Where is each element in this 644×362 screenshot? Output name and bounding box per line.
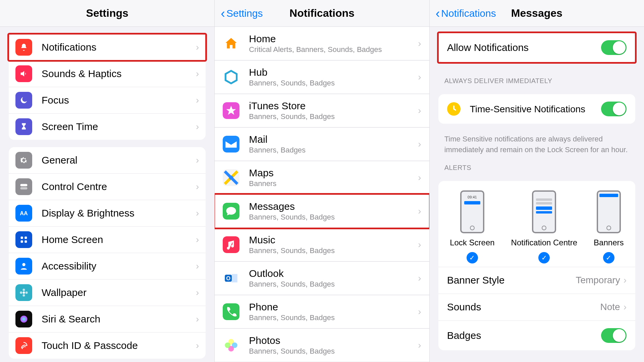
item-label: Music: [249, 234, 418, 246]
clock-icon: [447, 102, 461, 116]
music-app-icon: [223, 236, 239, 253]
item-label: Focus: [42, 95, 196, 106]
chevron-right-icon: ›: [196, 314, 199, 324]
banner-style-row[interactable]: Banner Style Temporary ›: [438, 267, 635, 294]
chevron-right-icon: ›: [196, 155, 199, 166]
allow-notifications-card: Allow Notifications: [438, 33, 635, 62]
settings-group-1: Notifications›Sounds & Haptics›Focus›Scr…: [9, 34, 206, 140]
check-icon[interactable]: ✓: [538, 252, 550, 263]
list-item[interactable]: Control Centre›: [9, 173, 206, 200]
badges-label: Badges: [447, 330, 601, 341]
item-label: Screen Time: [42, 121, 196, 132]
chevron-right-icon: ›: [196, 234, 199, 245]
list-item[interactable]: MessagesBanners, Sounds, Badges›: [215, 194, 429, 228]
item-label: iTunes Store: [249, 100, 418, 112]
alert-option[interactable]: 09:41Lock Screen✓: [450, 190, 494, 263]
list-item[interactable]: MusicBanners, Sounds, Badges›: [215, 228, 429, 261]
item-label: Notifications: [42, 42, 196, 53]
chevron-right-icon: ›: [196, 181, 199, 192]
grid-icon: [15, 231, 32, 248]
item-label: Sounds & Haptics: [42, 68, 196, 79]
sounds-label: Sounds: [447, 301, 600, 313]
speaker-icon: [15, 65, 32, 82]
chevron-right-icon: ›: [418, 72, 421, 82]
list-item[interactable]: Touch ID & Passcode›: [9, 332, 206, 359]
list-item[interactable]: PhoneBanners, Sounds, Badges›: [215, 295, 429, 328]
item-label: Wallpaper: [42, 287, 196, 298]
banner-style-value: Temporary: [576, 275, 620, 286]
item-label: Photos: [249, 335, 418, 346]
chevron-right-icon: ›: [418, 105, 421, 116]
navbar-messages: ‹ Notifications Messages: [430, 0, 644, 27]
phone-mock-icon: 09:41: [460, 190, 484, 233]
phone-app-icon: [223, 303, 239, 320]
screen-settings: Settings Notifications›Sounds & Haptics›…: [0, 0, 215, 362]
svg-point-17: [229, 176, 233, 180]
sounds-row[interactable]: Sounds Note ›: [438, 294, 635, 320]
gear-icon: [15, 152, 32, 169]
item-label: Outlook: [249, 268, 418, 279]
svg-point-10: [23, 294, 25, 297]
check-icon[interactable]: ✓: [603, 252, 614, 263]
screen-messages-notifications: ‹ Notifications Messages Allow Notificat…: [430, 0, 644, 362]
chevron-right-icon: ›: [418, 340, 421, 351]
badges-row[interactable]: Badges: [438, 320, 635, 350]
list-item[interactable]: iTunes StoreBanners, Sounds, Badges›: [215, 94, 429, 127]
allow-notifications-toggle[interactable]: [601, 40, 627, 55]
list-item[interactable]: MapsBanners›: [215, 161, 429, 194]
back-button[interactable]: ‹ Notifications: [436, 7, 496, 20]
flower-icon: [15, 284, 32, 301]
chevron-right-icon: ›: [624, 275, 627, 286]
check-icon[interactable]: ✓: [467, 252, 478, 263]
svg-rect-4: [24, 237, 27, 239]
list-item[interactable]: Wallpaper›: [9, 279, 206, 306]
svg-rect-23: [232, 274, 237, 283]
list-item[interactable]: Accessibility›: [9, 253, 206, 279]
list-item[interactable]: HomeCritical Alerts, Banners, Sounds, Ba…: [215, 27, 429, 60]
svg-rect-24: [223, 303, 239, 320]
list-item[interactable]: OOutlookBanners, Sounds, Badges›: [215, 261, 429, 295]
svg-point-12: [25, 292, 28, 294]
alert-option[interactable]: Banners✓: [594, 190, 624, 263]
list-item[interactable]: AADisplay & Brightness›: [9, 200, 206, 226]
time-sensitive-toggle[interactable]: [601, 102, 627, 116]
item-label: General: [42, 155, 196, 166]
time-sensitive-label: Time-Sensitive Notifications: [470, 103, 601, 115]
alert-option[interactable]: Notification Centre✓: [511, 190, 577, 263]
chevron-right-icon: ›: [418, 38, 421, 49]
back-button[interactable]: ‹ Settings: [221, 7, 263, 20]
svg-rect-6: [24, 240, 27, 243]
item-sublabel: Banners, Sounds, Badges: [249, 280, 418, 289]
list-item[interactable]: Focus›: [9, 87, 206, 113]
section-header-deliver: ALWAYS DELIVER IMMEDIATELY: [430, 68, 644, 88]
allow-notifications-row[interactable]: Allow Notifications: [438, 33, 635, 62]
list-item[interactable]: Home Screen›: [9, 226, 206, 253]
list-item[interactable]: Screen Time›: [9, 113, 206, 140]
list-item[interactable]: HubBanners, Sounds, Badges›: [215, 60, 429, 94]
fingerprint-icon: [15, 337, 32, 354]
item-label: Mail: [249, 134, 418, 145]
list-item[interactable]: Siri & Search›: [9, 306, 206, 332]
item-sublabel: Banners, Sounds, Badges: [249, 313, 418, 322]
badges-toggle[interactable]: [601, 328, 627, 343]
messages-app-icon: [223, 203, 239, 220]
hub-app-icon: [223, 69, 239, 85]
photos-app-icon: [223, 337, 239, 354]
item-label: Phone: [249, 301, 418, 313]
list-item[interactable]: MailBanners, Badges›: [215, 127, 429, 161]
list-item[interactable]: PhotosBanners, Sounds, Badges›: [215, 328, 429, 362]
time-sensitive-row[interactable]: Time-Sensitive Notifications: [438, 94, 635, 124]
section-footer-deliver: Time Sensitive notifications are always …: [430, 130, 644, 155]
svg-rect-15: [223, 136, 239, 153]
list-item[interactable]: General›: [9, 147, 206, 173]
page-title: Notifications: [289, 7, 355, 19]
alert-option-label: Notification Centre: [511, 238, 577, 247]
svg-text:O: O: [226, 275, 231, 282]
list-item[interactable]: Notifications›: [9, 34, 206, 60]
time-sensitive-card: Time-Sensitive Notifications: [438, 94, 635, 124]
item-sublabel: Banners: [249, 179, 418, 188]
mail-app-icon: [223, 136, 239, 153]
list-item[interactable]: Sounds & Haptics›: [9, 60, 206, 87]
alerts-card: 09:41Lock Screen✓Notification Centre✓Ban…: [438, 181, 635, 350]
item-label: Hub: [249, 67, 418, 78]
